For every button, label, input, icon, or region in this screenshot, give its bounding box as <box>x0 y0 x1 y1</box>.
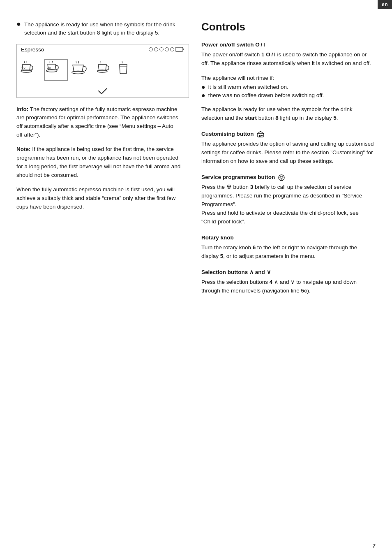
icon-group-3 <box>71 61 92 79</box>
info-label: Info: <box>16 106 28 112</box>
icon-group-4 <box>95 61 113 79</box>
checkmark-indicator <box>17 85 189 97</box>
svg-rect-11 <box>261 135 263 136</box>
customise-icon <box>257 131 264 137</box>
dot-2 <box>154 47 158 51</box>
intro-text: The appliance is ready for use when the … <box>24 21 181 37</box>
cup-icon-1: 2× <box>20 61 41 79</box>
section-customising: Customising button The appliance provide… <box>201 130 376 166</box>
dot-5 <box>170 47 174 51</box>
section-service: Service programmes button Press the ☢ bu… <box>201 173 376 226</box>
display-label: Espresso <box>21 46 44 53</box>
cup-icon-2: 2× <box>46 61 66 78</box>
dot-4 <box>165 47 169 51</box>
info-paragraph: Info: The factory settings of the fully … <box>16 105 181 140</box>
bullet-coffee-text: there was no coffee drawn before switchi… <box>208 92 324 98</box>
svg-rect-0 <box>175 47 183 51</box>
note-label: Note: <box>16 146 31 152</box>
note-paragraph: Note: If the appliance is being used for… <box>16 145 181 180</box>
para3: When the fully automatic espresso machin… <box>16 186 181 211</box>
selected-cup-icon: 2× <box>44 59 68 81</box>
bullet-warm-text: it is still warm when switched on. <box>208 84 288 90</box>
service-icon <box>278 174 285 181</box>
cup-icon-4 <box>95 61 113 79</box>
bullet-dot: ● <box>16 20 21 28</box>
svg-text:2×: 2× <box>21 66 25 70</box>
main-columns: ● The appliance is ready for use when th… <box>0 12 392 303</box>
bullet-dot-1: ● <box>201 84 205 91</box>
rotary-body: Turn the rotary knob 6 to the left or ri… <box>201 244 376 261</box>
left-column: ● The appliance is ready for use when th… <box>0 21 193 303</box>
power-condition-intro: The appliance will not rinse if: <box>201 74 376 83</box>
display-illustration: Espresso <box>16 44 189 98</box>
bullet-dot-2: ● <box>201 92 205 99</box>
svg-point-13 <box>281 177 282 179</box>
dot-3 <box>159 47 164 51</box>
controls-title: Controls <box>201 21 376 33</box>
power-heading: Power on/off switch O / I <box>201 41 376 49</box>
page-number: 7 <box>372 543 376 549</box>
selection-body: Press the selection buttons 4 ∧ and ∨ to… <box>201 278 376 295</box>
svg-text:2×: 2× <box>47 66 51 70</box>
service-body: Press the ☢ button 3 briefly to call up … <box>201 183 376 226</box>
rotary-heading: Rotary knob <box>201 234 376 242</box>
lang-badge: en <box>378 0 392 9</box>
cup-icons-row: 2× 2× <box>17 55 189 85</box>
bullet-warm: ● it is still warm when switched on. <box>201 84 376 91</box>
section-power: Power on/off switch O / I The power on/o… <box>201 41 376 123</box>
display-header: Espresso <box>17 44 189 55</box>
section-rotary: Rotary knob Turn the rotary knob 6 to th… <box>201 234 376 261</box>
page-container: en ● The appliance is ready for use when… <box>0 0 392 557</box>
svg-rect-10 <box>259 135 261 137</box>
info-text: The factory settings of the fully automa… <box>16 106 178 138</box>
note-text: If the appliance is being used for the f… <box>16 146 180 178</box>
svg-point-12 <box>279 175 284 181</box>
cup-icon-3 <box>71 61 92 79</box>
customising-heading: Customising button <box>201 130 376 138</box>
cup-icon-5 <box>117 61 133 79</box>
right-column: Controls Power on/off switch O / I The p… <box>193 21 392 303</box>
svg-rect-1 <box>183 49 184 50</box>
icon-group-5 <box>117 61 133 79</box>
dot-1 <box>149 47 153 51</box>
power-body: The power on/off switch 1 O / I is used … <box>201 51 376 68</box>
section-selection: Selection buttons ∧ and ∨ Press the sele… <box>201 268 376 295</box>
battery-icon <box>175 46 184 52</box>
icon-group-1: 2× <box>20 61 41 79</box>
display-dots <box>149 46 184 52</box>
intro-bullet: ● The appliance is ready for use when th… <box>16 21 181 37</box>
service-heading: Service programmes button <box>201 173 376 181</box>
customising-body: The appliance provides the option of sav… <box>201 140 376 166</box>
bullet-coffee: ● there was no coffee drawn before switc… <box>201 92 376 99</box>
selection-heading: Selection buttons ∧ and ∨ <box>201 268 376 276</box>
power-tail: The appliance is ready for use when the … <box>201 105 376 123</box>
